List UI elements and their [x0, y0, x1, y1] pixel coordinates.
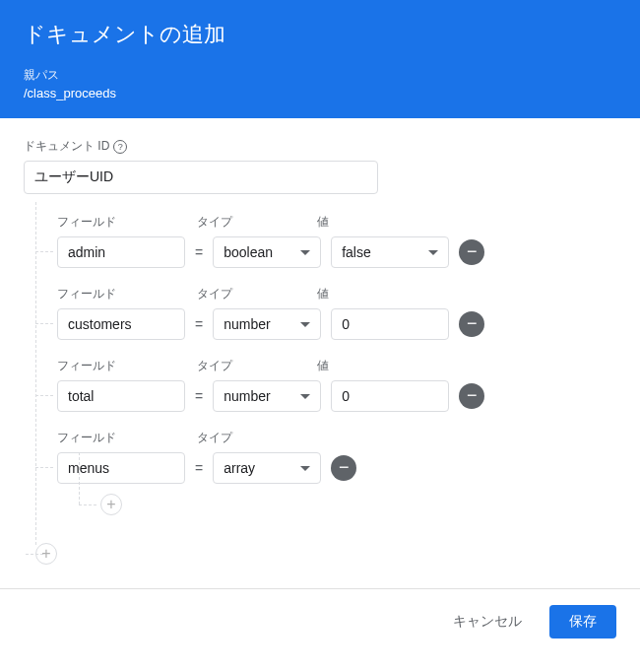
value-select[interactable]: false [331, 236, 449, 268]
type-select[interactable]: array [213, 452, 321, 484]
chevron-down-icon [428, 250, 438, 255]
chevron-down-icon [300, 250, 310, 255]
field-row: フィールド タイプ 値 = number − [35, 358, 616, 412]
document-id-label: ドキュメント ID ? [24, 138, 616, 155]
add-array-item-button[interactable]: + [100, 494, 122, 515]
type-select[interactable]: boolean [213, 236, 321, 268]
type-label: タイプ [197, 430, 305, 446]
value-label: 値 [317, 286, 435, 302]
value-label: 値 [317, 358, 435, 374]
value-input[interactable] [331, 380, 449, 412]
dialog-body: ドキュメント ID ? フィールド タイプ 値 = boolean false [0, 118, 640, 588]
remove-field-button[interactable]: − [459, 383, 484, 409]
value-label: 値 [317, 214, 435, 231]
equals-sign: = [195, 460, 203, 476]
document-id-input[interactable] [24, 161, 378, 194]
minus-icon: − [467, 314, 478, 332]
help-icon[interactable]: ? [113, 140, 127, 154]
field-label: フィールド [57, 430, 185, 446]
dialog-title: ドキュメントの追加 [24, 20, 616, 49]
value-input[interactable] [331, 308, 449, 340]
minus-icon: − [467, 386, 478, 404]
field-label: フィールド [57, 286, 185, 302]
remove-field-button[interactable]: − [331, 455, 356, 481]
type-label: タイプ [197, 286, 305, 302]
field-name-input[interactable] [57, 308, 185, 340]
plus-icon: + [41, 545, 50, 563]
type-select[interactable]: number [213, 380, 321, 412]
field-row: フィールド タイプ = array − + [35, 430, 616, 515]
field-row: フィールド タイプ 値 = boolean false − [35, 214, 616, 268]
field-name-input[interactable] [57, 236, 185, 268]
field-row: フィールド タイプ 値 = number − [35, 286, 616, 340]
equals-sign: = [195, 388, 203, 404]
chevron-down-icon [300, 322, 310, 327]
field-name-input[interactable] [57, 452, 185, 484]
equals-sign: = [195, 316, 203, 332]
save-button[interactable]: 保存 [549, 605, 616, 638]
field-label: フィールド [57, 214, 185, 231]
type-label: タイプ [197, 358, 305, 374]
parent-path-value: /class_proceeds [24, 86, 616, 101]
equals-sign: = [195, 244, 203, 260]
fields-container: フィールド タイプ 値 = boolean false − フィール [35, 214, 616, 565]
dialog-header: ドキュメントの追加 親パス /class_proceeds [0, 0, 640, 118]
parent-path-label: 親パス [24, 67, 616, 84]
type-select[interactable]: number [213, 308, 321, 340]
cancel-button[interactable]: キャンセル [433, 605, 542, 638]
chevron-down-icon [300, 394, 310, 399]
type-label: タイプ [197, 214, 305, 231]
minus-icon: − [339, 458, 350, 476]
field-label: フィールド [57, 358, 185, 374]
dialog-footer: キャンセル 保存 [0, 588, 640, 654]
add-field-button[interactable]: + [35, 543, 57, 565]
plus-icon: + [106, 496, 115, 513]
field-name-input[interactable] [57, 380, 185, 412]
chevron-down-icon [300, 466, 310, 471]
remove-field-button[interactable]: − [459, 239, 484, 265]
remove-field-button[interactable]: − [459, 311, 484, 337]
minus-icon: − [467, 242, 478, 260]
